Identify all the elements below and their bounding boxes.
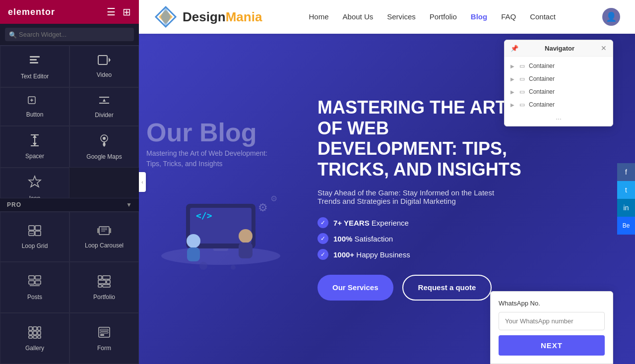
widget-button-label: Button bbox=[26, 111, 44, 118]
nav-home[interactable]: Home bbox=[309, 12, 329, 21]
elementor-logo: elementor bbox=[8, 7, 55, 17]
widgets-grid: Text Editor Video Button bbox=[0, 46, 139, 198]
sidebar-search-area: 🔍 bbox=[0, 24, 139, 46]
navigator-item-0[interactable]: ▶ ▭ Container bbox=[505, 60, 613, 72]
hero-illustration-area: Our Blog Mastering the Art of Web Develo… bbox=[139, 120, 298, 278]
sidebar-header: elementor ☰ ⊞ bbox=[0, 0, 139, 24]
widget-loop-grid[interactable]: Loop Grid bbox=[0, 212, 69, 262]
navigator-item-3[interactable]: ▶ ▭ Container bbox=[505, 98, 613, 111]
nav-portfolio[interactable]: Portfolio bbox=[430, 12, 457, 21]
widget-gallery-label: Gallery bbox=[25, 345, 44, 352]
nav-item-label-1: Container bbox=[529, 75, 555, 82]
svg-rect-2 bbox=[30, 62, 38, 63]
navigator-close-icon[interactable]: ✕ bbox=[601, 44, 607, 52]
widget-gallery[interactable]: Gallery bbox=[0, 313, 69, 364]
widget-posts[interactable]: Posts bbox=[0, 262, 69, 313]
widget-portfolio[interactable]: Portfolio bbox=[69, 262, 139, 313]
hero-stat-satisfaction: ✓ 100% Satisfaction bbox=[318, 233, 615, 244]
svg-marker-18 bbox=[29, 176, 41, 187]
request-quote-button[interactable]: Request a quote bbox=[402, 275, 492, 301]
pro-collapse-icon[interactable]: ▼ bbox=[126, 201, 132, 208]
chevron-right-icon-2: ▶ bbox=[510, 89, 515, 95]
widget-video[interactable]: Video bbox=[69, 46, 139, 87]
widget-text-editor[interactable]: Text Editor bbox=[0, 46, 69, 87]
nav-contact[interactable]: Contact bbox=[530, 12, 556, 21]
spacer-icon bbox=[28, 134, 42, 150]
hamburger-icon[interactable]: ☰ bbox=[107, 6, 116, 18]
widget-divider[interactable]: Divider bbox=[69, 87, 139, 126]
posts-icon bbox=[28, 275, 42, 291]
svg-rect-19 bbox=[29, 226, 34, 230]
navigator-item-2[interactable]: ▶ ▭ Container bbox=[505, 85, 613, 98]
gallery-icon bbox=[28, 326, 42, 342]
illustration-svg: </> ⚙ ⚙ bbox=[146, 164, 295, 278]
icon-widget-icon bbox=[28, 175, 42, 192]
widget-icon[interactable]: Icon bbox=[0, 168, 69, 198]
whatsapp-input[interactable] bbox=[499, 312, 605, 330]
linkedin-icon[interactable]: in bbox=[617, 199, 635, 217]
search-input[interactable] bbox=[5, 28, 134, 41]
nav-blog[interactable]: Blog bbox=[471, 12, 487, 21]
sidebar-collapse-handle[interactable]: ‹ bbox=[139, 172, 146, 192]
form-icon bbox=[97, 326, 111, 342]
behance-icon[interactable]: Be bbox=[617, 217, 635, 235]
nav-about-us[interactable]: About Us bbox=[343, 12, 374, 21]
svg-point-17 bbox=[103, 137, 106, 140]
hero-illustration: Our Blog Mastering the Art of Web Develo… bbox=[146, 120, 295, 278]
divider-icon bbox=[97, 95, 111, 109]
whatsapp-label: WhatsApp No. bbox=[499, 300, 605, 307]
widget-text-editor-label: Text Editor bbox=[21, 73, 49, 80]
svg-point-68 bbox=[199, 262, 207, 270]
svg-rect-32 bbox=[29, 281, 34, 284]
chevron-right-icon-0: ▶ bbox=[510, 63, 515, 69]
navigator-pin-icon[interactable]: 📌 bbox=[510, 45, 518, 52]
button-icon bbox=[27, 95, 42, 108]
google-maps-icon bbox=[98, 133, 111, 150]
whatsapp-next-button[interactable]: NEXT bbox=[499, 335, 605, 356]
our-services-button[interactable]: Our Services bbox=[318, 275, 393, 301]
loop-carousel-icon bbox=[96, 225, 112, 239]
portfolio-icon bbox=[97, 275, 111, 291]
hero-stats: ✓ 7+ YEARS Experience ✓ 100% Satisfactio… bbox=[318, 217, 615, 260]
navigator-title: Navigator bbox=[545, 45, 574, 52]
pro-section[interactable]: PRO ▼ bbox=[0, 198, 139, 212]
svg-rect-37 bbox=[98, 280, 106, 284]
widget-loop-carousel-label: Loop Carousel bbox=[85, 242, 124, 249]
svg-rect-63 bbox=[187, 247, 200, 261]
hero-blog-tag: Our Blog bbox=[146, 120, 256, 145]
nav-faq[interactable]: FAQ bbox=[501, 12, 516, 21]
grid-apps-icon[interactable]: ⊞ bbox=[123, 6, 131, 18]
svg-text:⚙: ⚙ bbox=[258, 201, 268, 214]
nav-item-label-0: Container bbox=[529, 62, 555, 69]
chevron-right-icon-3: ▶ bbox=[510, 102, 515, 108]
navigator-header: 📌 Navigator ✕ bbox=[505, 40, 613, 57]
widget-spacer[interactable]: Spacer bbox=[0, 126, 69, 168]
logo-design: Design bbox=[183, 9, 226, 24]
svg-rect-38 bbox=[107, 280, 110, 284]
svg-rect-44 bbox=[29, 331, 32, 335]
svg-point-64 bbox=[239, 229, 253, 243]
widget-video-label: Video bbox=[97, 71, 112, 78]
widget-google-maps[interactable]: Google Maps bbox=[69, 126, 139, 168]
svg-rect-41 bbox=[29, 327, 32, 330]
widget-loop-grid-label: Loop Grid bbox=[22, 243, 48, 249]
widget-posts-label: Posts bbox=[27, 294, 42, 301]
svg-rect-45 bbox=[33, 331, 37, 335]
loop-grid-icon bbox=[28, 225, 42, 240]
hero-title: MASTERING THE ART OF WEB DEVELOPMENT: TI… bbox=[318, 97, 526, 180]
facebook-icon[interactable]: f bbox=[617, 163, 635, 181]
navigator-item-1[interactable]: ▶ ▭ Container bbox=[505, 72, 613, 85]
svg-rect-49 bbox=[38, 336, 41, 338]
svg-rect-0 bbox=[30, 56, 40, 58]
twitter-icon[interactable]: t bbox=[617, 181, 635, 199]
nav-links: Home About Us Services Portfolio Blog FA… bbox=[309, 12, 556, 21]
svg-rect-35 bbox=[98, 276, 102, 279]
widget-loop-carousel[interactable]: Loop Carousel bbox=[69, 212, 139, 262]
pro-widgets-grid: Loop Grid Loop Carousel bbox=[0, 212, 139, 364]
hero-description: Stay Ahead of the Game: Stay Informed on… bbox=[318, 188, 506, 205]
widget-form[interactable]: Form bbox=[69, 313, 139, 364]
widget-button[interactable]: Button bbox=[0, 87, 69, 126]
svg-rect-51 bbox=[100, 329, 108, 331]
svg-rect-40 bbox=[103, 285, 110, 287]
nav-services[interactable]: Services bbox=[387, 12, 416, 21]
